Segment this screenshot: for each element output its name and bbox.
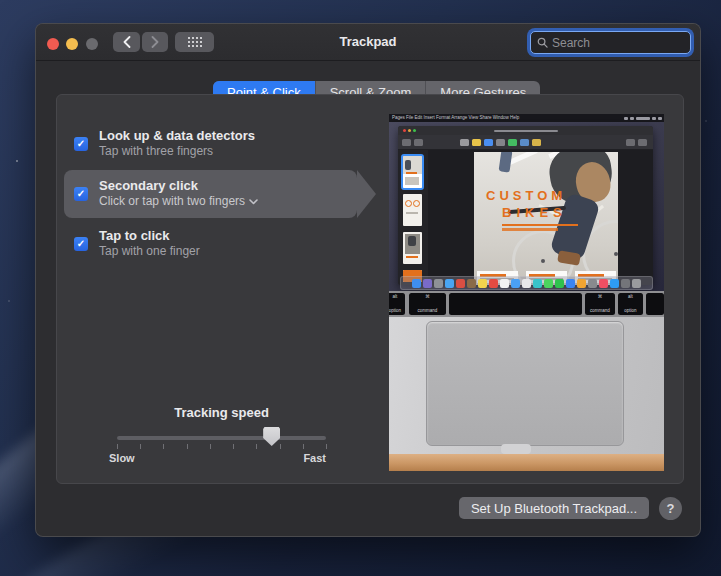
demo-pages-window: CUSTOM BIKES xyxy=(398,126,653,285)
titlebar[interactable]: Trackpad xyxy=(36,24,700,61)
dock-app-icon xyxy=(621,279,630,288)
toolbar-chip-icon xyxy=(472,139,481,146)
option-key-left: altoption xyxy=(389,293,405,315)
highlight-arrow xyxy=(357,170,376,218)
demo-status-icons xyxy=(624,117,662,120)
demo-lid-notch xyxy=(501,444,531,454)
slider-tick xyxy=(140,444,141,449)
dock-app-icon xyxy=(500,279,509,288)
pedestrian-figure xyxy=(499,152,513,173)
demo-minimize-dot xyxy=(408,129,411,132)
grid-dots-icon xyxy=(187,36,203,48)
demo-dock xyxy=(400,276,653,290)
zoom-button-disabled xyxy=(86,38,98,50)
dock-app-icon xyxy=(445,279,454,288)
poster-title-custom: CUSTOM xyxy=(486,188,566,203)
demo-page-thumbnail-3 xyxy=(403,232,422,264)
demo-laptop-body xyxy=(389,317,664,454)
command-key-left: ⌘command xyxy=(409,293,446,315)
demo-trackpad xyxy=(426,321,624,446)
space-bar-key xyxy=(449,293,582,315)
dock-app-icon xyxy=(599,279,608,288)
demo-poster-document: CUSTOM BIKES xyxy=(474,152,618,285)
toolbar-chip-icon xyxy=(532,139,541,146)
help-button[interactable]: ? xyxy=(659,497,682,520)
close-button[interactable] xyxy=(47,38,59,50)
search-field[interactable] xyxy=(530,31,691,54)
dock-app-icon xyxy=(467,279,476,288)
wallpaper-star xyxy=(16,160,18,162)
dock-app-icon xyxy=(412,279,421,288)
poster-title-bikes: BIKES xyxy=(502,205,567,220)
secondary-click-checkbox[interactable] xyxy=(74,187,88,201)
toolbar-chip-icon xyxy=(638,139,647,146)
secondary-click-row: Secondary click Click or tap with two fi… xyxy=(99,178,258,209)
demo-pages-sidebar xyxy=(398,150,428,285)
lookup-title: Look up & data detectors xyxy=(99,128,255,144)
tap-to-click-subtitle: Tap with one finger xyxy=(99,244,200,259)
command-key-right: ⌘command xyxy=(585,293,615,315)
dock-app-icon xyxy=(434,279,443,288)
forward-button[interactable] xyxy=(142,32,168,52)
toolbar-chip-icon xyxy=(484,139,493,146)
demo-page-thumbnail-2 xyxy=(403,194,422,226)
demo-desk-surface xyxy=(389,454,664,471)
slider-min-label: Slow xyxy=(109,452,135,464)
desktop-wallpaper: Trackpad Point & Click Scroll & Zoom Mor… xyxy=(0,0,721,576)
dock-app-icon xyxy=(588,279,597,288)
demo-menu-items: Pages File Edit Insert Format Arrange Vi… xyxy=(392,115,519,120)
crosswalk-stripe xyxy=(508,152,537,165)
slider-tick xyxy=(187,444,188,449)
chevron-left-icon xyxy=(123,36,131,48)
tracking-speed-track[interactable] xyxy=(117,436,326,440)
toolbar-chip-icon xyxy=(402,139,411,146)
slider-tick xyxy=(256,444,257,449)
tracking-speed-label: Tracking speed xyxy=(117,405,326,420)
slider-tick xyxy=(233,444,234,449)
slider-tick xyxy=(210,444,211,449)
dock-app-icon xyxy=(632,279,641,288)
slider-tick xyxy=(117,444,118,449)
dock-app-icon xyxy=(478,279,487,288)
slider-tick xyxy=(163,444,164,449)
wallpaper-star xyxy=(8,300,10,302)
tap-to-click-title: Tap to click xyxy=(99,228,200,244)
search-input[interactable] xyxy=(552,36,684,50)
dock-app-icon xyxy=(489,279,498,288)
dock-app-icon xyxy=(610,279,619,288)
lookup-checkbox[interactable] xyxy=(74,137,88,151)
slider-tick xyxy=(326,444,327,449)
wallpaper-star xyxy=(705,120,707,122)
show-all-button[interactable] xyxy=(175,32,214,52)
demo-pages-toolbar xyxy=(398,135,653,150)
dock-app-icon xyxy=(555,279,564,288)
back-button[interactable] xyxy=(113,32,140,52)
lookup-subtitle: Tap with three fingers xyxy=(99,144,255,159)
minimize-button[interactable] xyxy=(66,38,78,50)
secondary-click-subtitle[interactable]: Click or tap with two fingers xyxy=(99,194,245,209)
tap-to-click-row: Tap to click Tap with one finger xyxy=(99,228,200,259)
slider-tick xyxy=(280,444,281,449)
slider-max-label: Fast xyxy=(298,452,326,464)
dock-app-icon xyxy=(533,279,542,288)
poster-rule xyxy=(502,224,578,226)
toolbar-chip-icon xyxy=(460,139,469,146)
search-icon xyxy=(537,37,548,48)
option-key-right: altoption xyxy=(618,293,643,315)
chevron-down-icon[interactable] xyxy=(249,199,258,205)
dock-app-icon xyxy=(544,279,553,288)
lookup-row: Look up & data detectors Tap with three … xyxy=(99,128,255,159)
secondary-click-title: Secondary click xyxy=(99,178,258,194)
toolbar-chip-icon xyxy=(626,139,635,146)
trackpad-preferences-window: Trackpad Point & Click Scroll & Zoom Mor… xyxy=(35,23,701,537)
dock-app-icon xyxy=(522,279,531,288)
dock-app-icon xyxy=(577,279,586,288)
setup-bluetooth-trackpad-button[interactable]: Set Up Bluetooth Trackpad... xyxy=(459,497,649,519)
tap-to-click-checkbox[interactable] xyxy=(74,237,88,251)
demo-close-dot xyxy=(403,129,406,132)
dock-app-icon xyxy=(423,279,432,288)
toolbar-chip-icon xyxy=(414,139,423,146)
poster-subtitle xyxy=(502,228,558,231)
demo-menu-bar: Pages File Edit Insert Format Arrange Vi… xyxy=(389,114,664,122)
toolbar-chip-icon xyxy=(508,139,517,146)
